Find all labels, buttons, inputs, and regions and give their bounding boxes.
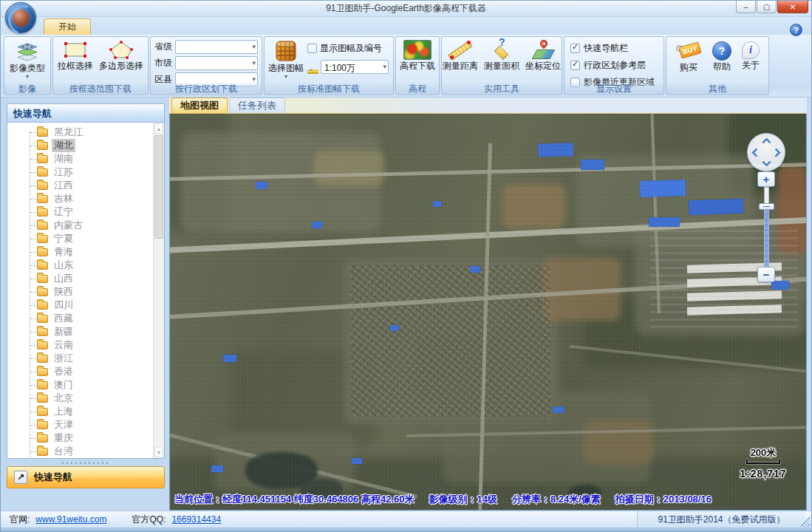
- province-label: 山东: [52, 259, 75, 272]
- nav-arrow-icon: ↗: [14, 471, 27, 484]
- sheet-scale-combobox[interactable]: 1:100万 ▾: [321, 60, 389, 74]
- sidebar-item-province[interactable]: 吉林: [7, 192, 153, 205]
- province-label: 内蒙古: [52, 219, 85, 232]
- zoom-slider-track[interactable]: [764, 187, 769, 267]
- folder-icon: [37, 355, 48, 363]
- sidebar-item-province[interactable]: 台湾: [7, 445, 153, 458]
- folder-icon: [37, 262, 48, 270]
- province-combobox[interactable]: ▾: [175, 40, 258, 54]
- drag-select-button[interactable]: 拉框选择: [55, 38, 95, 71]
- folder-icon: [37, 301, 48, 310]
- zoom-out-button[interactable]: −: [757, 267, 775, 282]
- help-button[interactable]: ? 帮助: [710, 40, 734, 72]
- sidebar-item-province[interactable]: 江苏: [7, 166, 153, 179]
- display-option-checkbox[interactable]: ✓ 行政区划参考层: [570, 59, 662, 72]
- elevation-download-button[interactable]: 高程下载: [398, 38, 437, 71]
- sidebar-item-province[interactable]: 云南: [7, 338, 153, 352]
- pan-down-icon[interactable]: [762, 157, 771, 167]
- sidebar-item-province[interactable]: 北京: [7, 392, 153, 405]
- minimize-button[interactable]: –: [736, 1, 756, 13]
- folder-icon: [37, 328, 48, 336]
- scroll-up-icon[interactable]: ▲: [154, 123, 163, 134]
- sidebar-item-province[interactable]: 陕西: [7, 285, 153, 299]
- select-sheet-button[interactable]: 选择图幅 ▾: [266, 38, 306, 79]
- pan-right-icon[interactable]: [771, 148, 781, 157]
- question-icon: ?: [794, 26, 799, 35]
- quick-nav-button[interactable]: ↗ 快速导航: [7, 466, 165, 488]
- zoom-in-button[interactable]: +: [757, 171, 775, 187]
- tree-scrollbar[interactable]: ▲ ▼: [153, 123, 164, 458]
- resize-grip[interactable]: [801, 517, 811, 527]
- measure-distance-button[interactable]: 测量距离: [440, 38, 480, 71]
- zoom-slider-thumb[interactable]: [759, 203, 774, 210]
- sidebar-item-province[interactable]: 青海: [7, 245, 153, 259]
- polygon-select-icon: [109, 40, 134, 60]
- sidebar-item-province[interactable]: 新疆: [7, 325, 153, 338]
- measure-distance-label: 测量距离: [443, 61, 478, 71]
- price-tag-icon: BUY: [675, 41, 702, 61]
- sidebar-item-province[interactable]: 湖南: [7, 152, 153, 166]
- sidebar-item-province[interactable]: 香港: [7, 365, 153, 378]
- sheet-scale-value: 1:100万: [324, 63, 355, 73]
- show-sheet-number-checkbox[interactable]: ✓ 显示图幅及编号: [307, 42, 392, 55]
- sidebar-splitter[interactable]: [7, 459, 165, 466]
- map-viewport[interactable]: + − 200米 1:28,717 当前位置：经度114.451154 纬度30…: [169, 114, 807, 511]
- tab-task-list[interactable]: 任务列表: [229, 98, 285, 113]
- map-pan-control[interactable]: [747, 133, 785, 171]
- sidebar-item-province[interactable]: 四川: [7, 299, 153, 312]
- measure-area-button[interactable]: ? 测量面积: [482, 38, 522, 71]
- folder-icon: [37, 315, 48, 323]
- folder-icon: [37, 235, 48, 243]
- city-combobox[interactable]: ▾: [175, 56, 258, 70]
- scrollbar-thumb[interactable]: [154, 135, 163, 239]
- pan-left-icon[interactable]: [751, 148, 761, 157]
- folder-icon: [37, 341, 48, 349]
- about-button[interactable]: i 关于: [740, 40, 762, 70]
- sidebar-item-province[interactable]: 辽宁: [7, 205, 153, 219]
- sidebar-item-province[interactable]: 山东: [7, 259, 153, 272]
- folder-icon: [37, 208, 48, 216]
- tab-start[interactable]: 开始: [44, 18, 91, 35]
- sidebar-item-province[interactable]: 西藏: [7, 312, 153, 325]
- qq-link[interactable]: 1669314434: [171, 514, 221, 525]
- sidebar-item-province[interactable]: 天津: [7, 418, 153, 432]
- sidebar-item-province[interactable]: 重庆: [7, 432, 153, 445]
- province-label: 四川: [52, 299, 75, 312]
- sidebar-item-province[interactable]: 黑龙江: [7, 126, 153, 139]
- group-other-label: 其他: [666, 83, 768, 95]
- maximize-button[interactable]: ▢: [757, 1, 777, 13]
- province-label: 湖南: [52, 152, 75, 166]
- polygon-select-button[interactable]: 多边形选择: [97, 38, 146, 71]
- group-admin-division: 省级 ▾ 市级 ▾ 区县 ▾ 按行政区划下载: [150, 36, 262, 95]
- sidebar-item-province[interactable]: 江西: [7, 179, 153, 192]
- ribbon-help-button[interactable]: ?: [790, 24, 802, 36]
- scroll-down-icon[interactable]: ▼: [154, 447, 163, 457]
- image-type-button[interactable]: 影像类型 ▾: [7, 38, 47, 79]
- sidebar-item-province[interactable]: 上海: [7, 405, 153, 418]
- close-button[interactable]: ✕: [777, 1, 808, 13]
- folder-icon: [37, 288, 48, 296]
- sidebar-item-province[interactable]: 浙江: [7, 352, 153, 365]
- province-label: 云南: [52, 338, 75, 352]
- sidebar-item-province[interactable]: 内蒙古: [7, 219, 153, 232]
- display-option-checkbox[interactable]: ✓ 快速导航栏: [570, 42, 662, 55]
- buy-button[interactable]: BUY 购买: [673, 40, 704, 72]
- sidebar-item-province[interactable]: 湖北: [7, 139, 153, 152]
- folder-icon: [37, 395, 48, 403]
- sidebar-item-province[interactable]: 山西: [7, 272, 153, 285]
- show-sheet-number-label: 显示图幅及编号: [320, 42, 382, 55]
- tab-map-view[interactable]: 地图视图: [171, 98, 228, 113]
- sidebar-item-province[interactable]: 澳门: [7, 378, 153, 392]
- map-tab-bar: 地图视图 任务列表: [169, 98, 807, 114]
- folder-icon: [37, 222, 48, 230]
- group-box-label: 按框选范围下载: [53, 83, 148, 95]
- application-orb-button[interactable]: [5, 2, 36, 33]
- site-link[interactable]: www.91weitu.com: [35, 514, 106, 525]
- quick-nav-button-label: 快速导航: [34, 471, 72, 484]
- group-elevation-label: 高程: [396, 83, 439, 95]
- display-option-label: 快速导航栏: [584, 42, 628, 55]
- coordinate-locate-button[interactable]: 坐标定位: [523, 38, 563, 71]
- sidebar-item-province[interactable]: 宁夏: [7, 232, 153, 245]
- pan-up-icon[interactable]: [762, 137, 771, 147]
- city-level-label: 市级: [154, 57, 172, 69]
